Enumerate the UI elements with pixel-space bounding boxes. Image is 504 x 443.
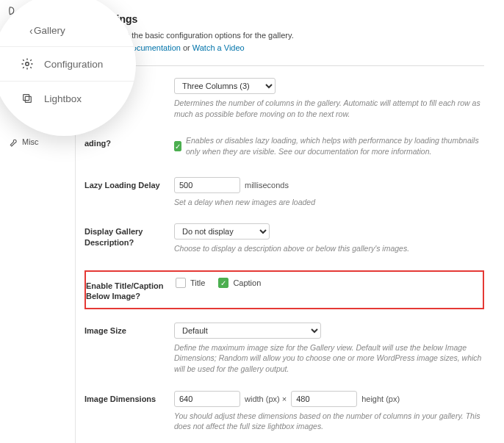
chevron-left-icon[interactable]: ‹ (29, 25, 33, 37)
help-size: Define the maximum image size for the Ga… (174, 342, 484, 375)
row-enable: Enable Title/Caption Below Image? Title … (86, 278, 483, 302)
magnifier-configuration[interactable]: Configuration (0, 47, 136, 82)
row-dims: Image Dimensions width (px) × height (px… (84, 391, 484, 432)
magnifier-item-label: Gallery (34, 25, 65, 36)
row-desc: Display Gallery Description? Do not disp… (84, 223, 484, 254)
desc-select[interactable]: Do not display (174, 223, 270, 239)
magnifier-item-label: Configuration (44, 59, 103, 70)
magnifier-item-label: Lightbox (44, 93, 82, 104)
video-link[interactable]: Watch a Video (192, 43, 245, 52)
magnifier-lightbox[interactable]: Lightbox (0, 82, 136, 115)
columns-select[interactable]: Three Columns (3) (174, 78, 276, 94)
main-panel: ry Settings below adjust the basic confi… (76, 0, 493, 443)
width-unit: width (px) × (245, 395, 287, 403)
title-checkbox[interactable] (176, 278, 186, 288)
help-dims: You should adjust these dimensions based… (174, 411, 484, 432)
width-input[interactable] (174, 391, 240, 407)
label-dims: Image Dimensions (84, 391, 174, 404)
caption-checkbox[interactable]: ✓ (218, 278, 228, 288)
label-desc: Display Gallery Description? (84, 223, 174, 248)
help-lazy: Enables or disables lazy loading, which … (186, 135, 484, 156)
height-unit: height (px) (361, 395, 400, 403)
help-desc: Choose to display a description above or… (174, 243, 484, 254)
title-cbx-label: Title (190, 278, 205, 287)
row-lazy: ading? ✓ Enables or disables lazy loadin… (84, 135, 484, 160)
height-input[interactable] (291, 391, 357, 407)
lazy-checkbox[interactable]: ✓ (174, 141, 181, 151)
label-lazy: ading? (84, 135, 174, 148)
label-delay: Lazy Loading Delay (84, 177, 174, 190)
page-title: ry Settings (84, 13, 484, 25)
svg-rect-2 (24, 95, 29, 101)
wrench-icon (7, 137, 18, 147)
help-delay: Set a delay when new images are loaded (174, 197, 484, 208)
label-enable: Enable Title/Caption Below Image? (86, 278, 176, 302)
intro-or: or (181, 43, 192, 52)
label-size: Image Size (84, 323, 174, 336)
copy-icon (21, 92, 34, 105)
delay-unit: milliseconds (245, 181, 289, 190)
sidebar-item-label: Misc (22, 137, 39, 146)
magnifier-gallery[interactable]: ‹ Gallery (0, 22, 136, 47)
intro-text: below adjust the basic configuration opt… (84, 29, 484, 66)
gear-icon (21, 57, 34, 71)
row-size: Image Size Default Define the maximum im… (84, 323, 484, 375)
size-select[interactable]: Default (174, 323, 321, 339)
svg-point-0 (26, 62, 29, 66)
help-columns: Determines the number of columns in the … (174, 98, 484, 119)
highlight-box: Enable Title/Caption Below Image? Title … (84, 270, 484, 309)
row-delay: Lazy Loading Delay milliseconds Set a de… (84, 177, 484, 208)
delay-input[interactable] (174, 177, 240, 193)
caption-cbx-label: Caption (233, 278, 261, 287)
row-columns: Columns Three Columns (3) Determines the… (84, 78, 484, 119)
svg-rect-1 (25, 96, 31, 102)
